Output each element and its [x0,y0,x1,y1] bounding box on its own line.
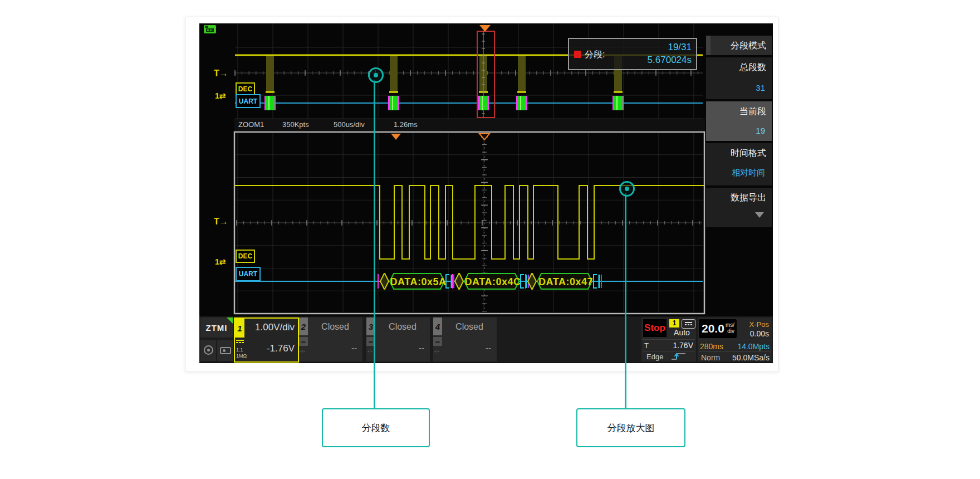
channel-4-tab: 4 [433,317,442,335]
callout-line-segment-zoom [625,193,626,408]
segment-info-box: 分段: 19/31 5.670024s [568,38,697,70]
sidebar-item-current-segment[interactable]: 当前段 19 [706,101,772,141]
segment-event-dip [266,56,274,92]
segment-event-dip [518,56,526,92]
zoom-points: 350Kpts [282,120,309,129]
start-bit-hexagon [455,273,463,289]
uart-burst [389,96,398,110]
segment-memory-icon-detail [205,26,208,28]
segment-info-label: 分段: [585,49,605,61]
start-bit-hexagon [528,273,536,289]
touch-icon [204,345,213,355]
decode-data-text: DATA:0x5A [390,276,447,287]
trigger-source-chip: 1 [669,319,679,328]
trigger-point-marker [479,134,489,140]
zoom-info-bar: ZOOM1 350Kpts 500us/div 1.26ms [234,119,705,131]
timebase-scale-box: 20.0 ms/ div [699,319,737,338]
zoom-delay: 1.26ms [394,120,418,129]
channel-1-impedance: 1MΩ [236,353,247,359]
segment-event-dip [390,56,398,92]
channel-1-probe: 1:1 [236,347,243,353]
zoom-channel-position-marker[interactable]: 1⇄ [215,257,226,266]
rising-edge-icon [670,352,687,361]
touch-lock-button[interactable] [217,340,233,361]
xpos-label: X-Pos [749,320,769,329]
callout-marker-segment-zoom [619,181,635,197]
callout-marker-segment-count [368,67,384,83]
zoom-trigger-level-marker[interactable]: T→ [214,217,228,226]
zoom-position-marker [391,134,401,140]
sidebar-menu: 分段模式 总段数 31 当前段 19 时间格式 相对时间 数据导出 [706,23,772,316]
dc-coupling-icon [236,340,244,345]
press-icon [220,347,231,354]
channel-3-status: Closed [378,322,428,332]
sidebar-title: 分段模式 [706,36,772,55]
sidebar-title-tab [706,36,710,55]
uart-decode-byte: DATA:0x5A [378,273,454,289]
acquire-mode: Norm [701,353,720,362]
channel-1-tab: 1 [235,319,244,338]
channel-3-box[interactable]: 3 − Closed -:- -- [366,317,430,361]
sample-rate: 50.0MSa/s [732,353,770,362]
start-bit-hexagon [380,273,389,289]
channel-1-box[interactable]: 1 1.00V/div -1.76V 1:1 1MΩ [234,317,299,363]
timebase-scale: 20.0 [702,322,724,335]
overview-channel-position-marker[interactable]: 1⇄ [215,91,226,100]
uart-burst [614,96,623,110]
uart-decode-byte: DATA:0x4C [453,273,528,289]
uart-signal-trace [234,185,704,259]
channel-4-box[interactable]: 4 − Closed -:- -- [433,317,497,361]
trigger-block[interactable]: Stop 1 Auto T 1.76V Edge [641,317,696,361]
decode-data-text: DATA:0x47 [538,276,593,287]
zoom-scale: 500us/div [334,120,365,129]
channel-2-tab: 2 [299,317,308,335]
uart-burst [266,96,275,110]
callout-line-segment-count [374,80,375,408]
uart-burst [517,96,526,110]
callout-label-segment-count: 分段数 [322,408,430,447]
status-bar: ZTMI 1 1.00V/div -1.76V 1:1 1M [199,316,773,363]
notification-corner-icon [227,317,233,324]
acquisition-status: Stop [644,322,665,334]
zoom-uart-badge[interactable]: UART [236,267,261,281]
trigger-coupling-icon [682,319,695,329]
sidebar-item-time-format[interactable]: 时间格式 相对时间 [706,143,772,185]
channel-1-offset: -1.76V [267,343,295,354]
trigger-mode: Auto [669,328,694,337]
overview-trigger-level-marker[interactable]: T→ [214,69,228,78]
trigger-level-label: T [644,341,649,350]
channel-2-minus[interactable]: − [299,337,308,346]
trigger-type: Edge [646,353,663,361]
xpos-value: 0.00s [750,329,769,338]
channel-2-coupling: -:- [300,349,305,354]
uart-decode-byte: DATA:0x47 [526,273,601,289]
segment-memory-icon-slots [206,28,214,32]
segment-time-value: 5.670024s [648,55,692,66]
channel-4-minus[interactable]: − [433,337,442,346]
channel-4-coupling: -:- [434,349,439,354]
segment-status-icon [574,51,581,58]
channel-4-status: Closed [444,322,494,332]
channel-4-value: -- [486,343,491,353]
memory-depth: 14.0Mpts [737,342,770,351]
dropdown-arrow-icon[interactable] [755,212,764,218]
channel-2-box[interactable]: 2 − Closed -:- -- [299,317,362,361]
decode-data-text: DATA:0x4C [465,276,521,287]
brand-logo: ZTMI [200,317,233,338]
sidebar-item-total-segments[interactable]: 总段数 31 [706,57,772,99]
timebase-block[interactable]: 20.0 ms/ div X-Pos 0.00s 280ms 14.0Mpts … [698,317,772,361]
segment-count-value: 19/31 [668,42,692,53]
channel-3-value: -- [419,343,424,353]
overview-uart-badge[interactable]: UART [236,94,261,108]
zoom-dec-badge[interactable]: DEC [236,250,255,263]
sidebar-item-data-export[interactable]: 数据导出 [706,188,772,227]
waveform-canvas: DATA:0x5ADATA:0x4CDATA:0x47 [199,23,773,363]
zoom-name: ZOOM1 [238,120,264,129]
channel-1-scale: 1.00V/div [255,322,295,333]
capture-window: 280ms [700,342,723,351]
overview-dec-badge[interactable]: DEC [236,82,255,95]
callout-label-segment-zoom: 分段放大图 [576,408,685,447]
channel-2-value: -- [351,343,357,353]
trigger-level-value: 1.76V [673,341,693,350]
touch-gesture-button[interactable] [200,340,216,361]
